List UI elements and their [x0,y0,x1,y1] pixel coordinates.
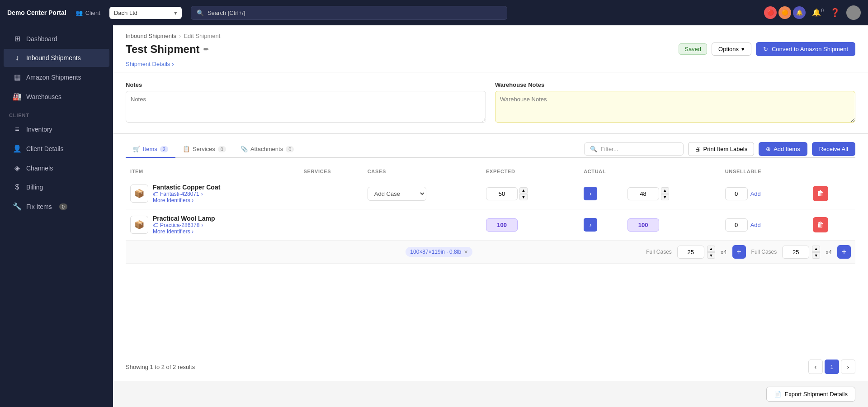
chevron-right-icon: › [201,191,203,197]
sidebar-item-inbound-shipments[interactable]: ↓ Inbound Shipments [4,49,109,67]
client-selector[interactable]: Dach Ltd ▾ [109,7,182,19]
topnav-right: 🔴 🟠 🔔 🔔0 ❓ [764,5,861,20]
full-cases-stepper-1[interactable]: ▲ ▼ [707,246,715,259]
add-unsellable-link[interactable]: Add [750,190,761,197]
notes-input[interactable] [126,91,486,123]
actual-input[interactable] [627,187,659,200]
breadcrumb-separator: › [179,33,181,39]
shipment-details-link[interactable]: Shipment Details › [126,61,855,72]
user-avatar[interactable] [846,5,861,20]
item-sku: 🏷 Fantasti-428071 › [153,191,220,197]
sidebar-item-label: Channels [26,165,53,172]
add-unsellable-link[interactable]: Add [750,222,761,228]
item-sku: 🏷 Practica-286378 › [153,222,215,228]
add-items-button[interactable]: ⊕ Add Items [759,142,807,156]
delete-row-button[interactable]: 🗑 [813,186,828,201]
breadcrumb-inbound-shipments[interactable]: Inbound Shipments [126,33,176,39]
fix-items-badge: 0 [59,204,67,210]
plus-circle-icon: ⊕ [766,146,771,152]
col-expected: EXPECTED [481,165,579,178]
warehouse-notes-input[interactable] [495,91,855,123]
next-page-button[interactable]: › [841,360,855,374]
cases-cell[interactable]: Add Case [363,178,481,209]
saved-status-badge: Saved [679,43,707,55]
expected-input[interactable] [486,218,518,232]
cases-up-2[interactable]: ▲ [812,246,820,252]
notif-red-icon[interactable]: 🔴 [764,6,777,19]
cart-icon: 🛒 [133,146,140,152]
search-bar[interactable]: 🔍 Search [Ctrl+/] [191,6,507,20]
help-icon[interactable]: ❓ [830,8,840,18]
page-header: Inbound Shipments › Edit Shipment Test S… [113,25,868,72]
copy-expected-button[interactable]: › [584,218,597,232]
items-table: ITEM SERVICES CASES EXPECTED ACTUAL UNSE… [126,165,855,264]
add-full-cases-button-1[interactable]: + [732,245,746,259]
notes-area: Notes Warehouse Notes [113,72,868,134]
actual-input[interactable] [627,218,659,232]
col-unsellable: UNSELLABLE [721,165,808,178]
receive-all-button[interactable]: Receive All [812,142,855,156]
cases-up-1[interactable]: ▲ [707,246,715,252]
chevron-down-icon: ▾ [741,46,745,52]
unsellable-input[interactable] [725,218,748,232]
delete-cell: 🗑 [808,209,855,241]
cases-cell [363,209,481,241]
sidebar-item-amazon-shipments[interactable]: ▦ Amazon Shipments [4,68,109,86]
bell-icon[interactable]: 🔔0 [812,8,824,17]
item-icon: 📦 [130,185,148,203]
page-1-button[interactable]: 1 [825,360,839,374]
sidebar-item-inventory[interactable]: ≡ Inventory [4,120,109,138]
full-cases-input-1[interactable] [677,246,704,259]
expected-down[interactable]: ▼ [519,194,528,200]
item-more-identifiers[interactable]: More Identifiers › [153,197,220,204]
actual-up[interactable]: ▲ [661,187,669,194]
table-row: 📦 Practical Wool Lamp 🏷 Practica-286378 … [126,209,855,241]
sidebar-item-fix-items[interactable]: 🔧 Fix Items 0 [4,197,109,216]
sidebar-item-warehouses[interactable]: 🏭 Warehouses [4,87,109,106]
case-tag[interactable]: 100×87×119in · 0.8lb ✕ [406,247,472,257]
case-select[interactable]: Add Case [368,187,426,201]
prev-page-button[interactable]: ‹ [808,360,823,374]
notif-orange-icon[interactable]: 🟠 [778,6,791,19]
notif-blue-icon[interactable]: 🔔 [793,6,806,19]
case-tag-remove[interactable]: ✕ [464,249,468,255]
tab-services[interactable]: 📋 Services 0 [175,141,233,158]
sidebar-item-client-details[interactable]: 👤 Client Details [4,139,109,158]
print-item-labels-button[interactable]: 🖨 Print Item Labels [688,142,755,156]
search-icon: 🔍 [197,9,204,16]
expected-input[interactable] [486,187,518,200]
items-area: 🛒 Items 2 📋 Services 0 📎 Attachments 0 � [113,134,868,352]
copy-expected-button[interactable]: › [584,187,597,200]
case-tag-label: 100×87×119in · 0.8lb [410,249,461,255]
unsellable-input[interactable] [725,187,748,200]
export-shipment-button[interactable]: 📄 Export Shipment Details [766,387,855,402]
cases-down-1[interactable]: ▼ [707,252,715,259]
filter-input[interactable]: 🔍 Filter... [584,142,684,156]
main-content: Inbound Shipments › Edit Shipment Test S… [113,25,868,407]
sidebar-item-billing[interactable]: $ Billing [4,178,109,196]
convert-to-amazon-button[interactable]: ↻ Convert to Amazon Shipment [756,42,855,56]
client-icon: 👥 [75,9,83,16]
edit-icon[interactable]: ✏ [203,46,209,53]
options-button[interactable]: Options ▾ [712,43,751,56]
delete-cell: 🗑 [808,178,855,209]
col-cases: CASES [363,165,481,178]
tab-items[interactable]: 🛒 Items 2 [126,141,175,158]
actual-stepper[interactable]: ▲ ▼ [661,187,669,200]
sidebar-item-channels[interactable]: ◈ Channels [4,159,109,177]
add-full-cases-button-2[interactable]: + [837,245,851,259]
expected-stepper[interactable]: ▲ ▼ [519,187,528,200]
sidebar-item-dashboard[interactable]: ⊞ Dashboard [4,29,109,48]
full-cases-input-2[interactable] [782,246,809,259]
full-cases-stepper-2[interactable]: ▲ ▼ [812,246,820,259]
tabs-actions: 🔍 Filter... 🖨 Print Item Labels ⊕ Add It… [584,142,855,156]
actual-down[interactable]: ▼ [661,194,669,200]
item-name: Fantastic Copper Coat [153,184,220,191]
item-more-identifiers[interactable]: More Identifiers › [153,228,215,235]
sidebar-item-label: Warehouses [26,93,61,100]
delete-row-button[interactable]: 🗑 [813,217,828,232]
sidebar-item-label: Inbound Shipments [26,54,81,62]
cases-down-2[interactable]: ▼ [812,252,820,259]
tab-attachments[interactable]: 📎 Attachments 0 [233,141,301,158]
expected-up[interactable]: ▲ [519,187,528,194]
